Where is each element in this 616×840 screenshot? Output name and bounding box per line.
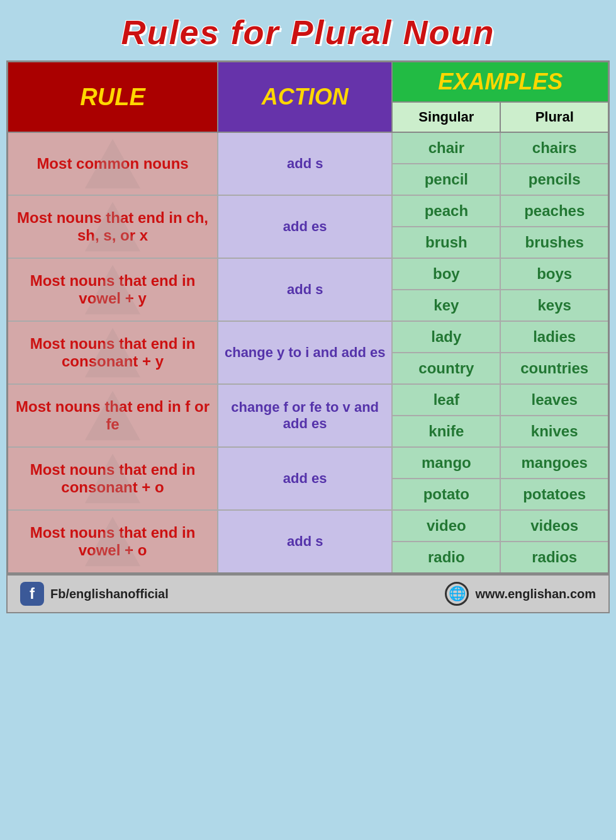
plural-cell: brushes bbox=[500, 227, 608, 258]
plural-cell: chairs bbox=[500, 132, 608, 164]
plural-cell: potatoes bbox=[500, 479, 608, 510]
globe-icon: 🌐 bbox=[445, 582, 469, 606]
singular-cell: brush bbox=[392, 227, 500, 258]
action-cell: add s bbox=[218, 132, 392, 195]
table-row: Most nouns that end in vowel + yadd sboy… bbox=[8, 258, 609, 290]
page-title: Rules for Plural Noun bbox=[6, 13, 610, 52]
rule-cell: Most nouns that end in consonant + o bbox=[8, 447, 218, 510]
page-wrapper: Rules for Plural Noun RULE ACTION EXAMPL… bbox=[0, 0, 616, 620]
singular-header: Singular bbox=[392, 102, 500, 132]
singular-cell: mango bbox=[392, 447, 500, 479]
action-header: ACTION bbox=[218, 62, 392, 133]
table-row: Most nouns that end in f or fechange f o… bbox=[8, 384, 609, 416]
facebook-icon: f bbox=[20, 582, 44, 606]
plural-cell: knives bbox=[500, 416, 608, 447]
action-cell: add es bbox=[218, 195, 392, 258]
footer-bar: f Fb/englishanofficial 🌐 www.englishan.c… bbox=[6, 574, 610, 613]
singular-cell: pencil bbox=[392, 164, 500, 195]
table-body: Most common nounsadd schairchairspencilp… bbox=[8, 132, 609, 574]
fb-label: Fb/englishanofficial bbox=[50, 587, 169, 601]
plural-cell: countries bbox=[500, 353, 608, 384]
singular-cell: radio bbox=[392, 542, 500, 574]
plural-cell: radios bbox=[500, 542, 608, 574]
table-row: Most nouns that end in ch, sh, s, or xad… bbox=[8, 195, 609, 227]
rule-header: RULE bbox=[8, 62, 218, 133]
rule-cell: Most common nouns bbox=[8, 132, 218, 195]
header-row-1: RULE ACTION EXAMPLES bbox=[8, 62, 609, 103]
footer-right: 🌐 www.englishan.com bbox=[445, 582, 596, 606]
singular-cell: boy bbox=[392, 258, 500, 290]
singular-cell: country bbox=[392, 353, 500, 384]
examples-header: EXAMPLES bbox=[392, 62, 608, 103]
plural-cell: videos bbox=[500, 510, 608, 542]
singular-cell: knife bbox=[392, 416, 500, 447]
web-label: www.englishan.com bbox=[475, 587, 596, 601]
table-row: Most common nounsadd schairchairs bbox=[8, 132, 609, 164]
singular-cell: potato bbox=[392, 479, 500, 510]
table-row: Most nouns that end in vowel + oadd svid… bbox=[8, 510, 609, 542]
rule-cell: Most nouns that end in vowel + o bbox=[8, 510, 218, 574]
plural-header: Plural bbox=[500, 102, 608, 132]
plural-cell: leaves bbox=[500, 384, 608, 416]
singular-cell: chair bbox=[392, 132, 500, 164]
table-row: Most nouns that end in consonant + ychan… bbox=[8, 321, 609, 353]
action-cell: change f or fe to v and add es bbox=[218, 384, 392, 447]
plural-cell: boys bbox=[500, 258, 608, 290]
plural-cell: ladies bbox=[500, 321, 608, 353]
singular-cell: key bbox=[392, 290, 500, 321]
title-bar: Rules for Plural Noun bbox=[6, 6, 610, 60]
action-cell: add es bbox=[218, 447, 392, 510]
rule-cell: Most nouns that end in consonant + y bbox=[8, 321, 218, 384]
singular-cell: video bbox=[392, 510, 500, 542]
action-cell: add s bbox=[218, 510, 392, 574]
plural-cell: keys bbox=[500, 290, 608, 321]
plural-cell: pencils bbox=[500, 164, 608, 195]
rule-cell: Most nouns that end in f or fe bbox=[8, 384, 218, 447]
rule-cell: Most nouns that end in vowel + y bbox=[8, 258, 218, 321]
action-cell: add s bbox=[218, 258, 392, 321]
main-table: RULE ACTION EXAMPLES Singular Plural Mos… bbox=[6, 60, 610, 574]
singular-cell: peach bbox=[392, 195, 500, 227]
action-cell: change y to i and add es bbox=[218, 321, 392, 384]
footer-left: f Fb/englishanofficial bbox=[20, 582, 169, 606]
rule-cell: Most nouns that end in ch, sh, s, or x bbox=[8, 195, 218, 258]
singular-cell: leaf bbox=[392, 384, 500, 416]
plural-cell: mangoes bbox=[500, 447, 608, 479]
plural-cell: peaches bbox=[500, 195, 608, 227]
singular-cell: lady bbox=[392, 321, 500, 353]
table-row: Most nouns that end in consonant + oadd … bbox=[8, 447, 609, 479]
